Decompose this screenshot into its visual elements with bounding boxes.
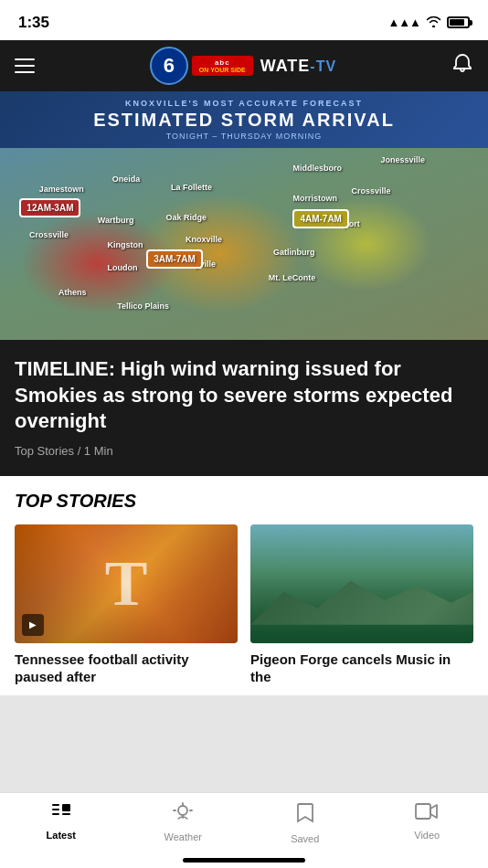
top-stories-title: TOP STORIES <box>15 491 473 512</box>
map-label-middlesboro: Middlesboro <box>292 164 342 173</box>
map-label-athens: Athens <box>58 288 87 297</box>
logo-on-your-side: ON YOUR SIDE <box>199 67 246 73</box>
map-label-loudon: Loudon <box>107 263 137 272</box>
map-label-jamestown: Jamestown <box>39 185 84 194</box>
hero-section: KNOXVILLE'S MOST ACCURATE FORECAST ESTIM… <box>0 91 488 340</box>
story-headline-tennessee: Tennessee football activity paused after <box>15 651 238 686</box>
battery-icon <box>447 16 470 28</box>
time-badge-12am: 12AM-3AM <box>19 198 80 217</box>
svg-rect-4 <box>62 813 70 815</box>
svg-rect-1 <box>52 809 59 810</box>
tab-latest-icon <box>50 802 72 826</box>
article-title: TIMELINE: High wind warning issued for S… <box>15 356 473 435</box>
story-card-tennessee[interactable]: Tennessee football activity paused after <box>15 524 238 686</box>
play-button[interactable] <box>22 614 44 636</box>
tab-saved-icon <box>296 802 314 830</box>
story-headline-pigeon: Pigeon Forge cancels Music in the <box>250 651 473 686</box>
tab-bar: Latest Weather Saved <box>0 792 488 868</box>
top-stories-section: TOP STORIES Tennessee football activity … <box>0 476 488 695</box>
hero-banner: KNOXVILLE'S MOST ACCURATE FORECAST ESTIM… <box>0 91 488 148</box>
hero-banner-title: ESTIMATED STORM ARRIVAL <box>9 110 479 131</box>
status-bar: 1:35 ▲▲▲ <box>0 0 488 40</box>
map-label-crossville: Crossville <box>29 230 69 239</box>
svg-rect-0 <box>52 804 59 806</box>
signal-icon: ▲▲▲ <box>387 16 420 29</box>
logo-abc: abc <box>215 58 230 67</box>
wifi-icon <box>426 15 441 30</box>
time-badge-3am: 3AM-7AM <box>146 249 203 269</box>
logo-number: 6 <box>164 56 175 76</box>
tab-latest[interactable]: Latest <box>0 800 122 841</box>
map-label-oneida: Oneida <box>112 175 141 184</box>
map-label-wartburg: Wartburg <box>98 216 134 225</box>
tab-latest-label: Latest <box>47 830 76 841</box>
stories-grid: Tennessee football activity paused after… <box>15 524 473 686</box>
svg-rect-3 <box>62 804 70 811</box>
svg-rect-10 <box>416 804 430 819</box>
time-badge-4am: 4AM-7AM <box>292 209 349 228</box>
menu-button[interactable] <box>15 58 35 73</box>
map-label-mtleconte: Mt. LeConte <box>269 273 316 282</box>
map-label-knoxville: Knoxville <box>186 235 222 244</box>
logo: 6 abc ON YOUR SIDE WATE-TV <box>150 47 336 85</box>
status-time: 1:35 <box>18 14 49 32</box>
story-card-pigeon[interactable]: Pigeon Forge cancels Music in the <box>250 524 473 686</box>
map-label-tellico: Tellico Plains <box>117 302 169 311</box>
tab-saved[interactable]: Saved <box>244 800 366 844</box>
svg-rect-2 <box>52 813 59 815</box>
map-label-jonessville: Jonessville <box>381 155 426 164</box>
article-meta: Top Stories / 1 Min <box>15 444 473 458</box>
svg-point-5 <box>178 806 187 815</box>
tab-weather-icon <box>171 802 195 828</box>
tab-video-label: Video <box>414 830 440 841</box>
weather-map: Jamestown Oneida La Follette Middlesboro… <box>0 148 488 340</box>
header: 6 abc ON YOUR SIDE WATE-TV <box>0 40 488 91</box>
map-label-lafollette: La Follette <box>171 183 212 192</box>
logo-badge: 6 <box>150 47 188 85</box>
map-label-morristown: Morristown <box>292 194 337 203</box>
map-label-crossville-right: Crossville <box>351 186 390 196</box>
article-section[interactable]: TIMELINE: High wind warning issued for S… <box>0 340 488 476</box>
hero-banner-sub: KNOXVILLE'S MOST ACCURATE FORECAST <box>9 99 479 108</box>
story-thumb-pigeon <box>250 524 473 643</box>
tab-video-icon <box>415 802 439 826</box>
story-thumb-tennessee <box>15 524 238 643</box>
map-label-kingston: Kingston <box>107 240 143 249</box>
map-label-oakridge: Oak Ridge <box>166 213 207 222</box>
tab-weather-label: Weather <box>164 831 202 842</box>
home-indicator <box>183 858 305 863</box>
hero-banner-sub2: TONIGHT – THURSDAY MORNING <box>9 132 479 141</box>
bell-icon[interactable] <box>451 52 473 79</box>
map-label-gatlinburg: Gatlinburg <box>273 248 315 257</box>
tab-weather[interactable]: Weather <box>122 800 245 842</box>
logo-name: WATE-TV <box>255 57 336 76</box>
tab-saved-label: Saved <box>291 833 319 844</box>
logo-text-block: abc ON YOUR SIDE <box>192 56 253 76</box>
tab-video[interactable]: Video <box>366 800 489 841</box>
status-icons: ▲▲▲ <box>387 15 470 30</box>
